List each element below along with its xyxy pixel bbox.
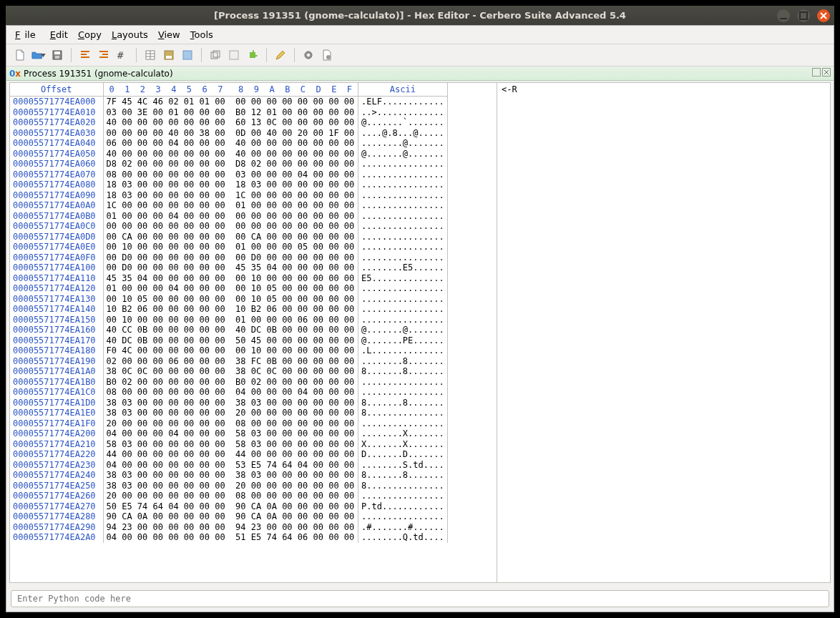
ascii-cell[interactable]: ..>............. xyxy=(358,107,448,118)
hex-row[interactable]: 00005571774EA12001 00 00 00 04 00 00 00 … xyxy=(10,283,447,294)
ascii-cell[interactable]: ........X....... xyxy=(358,428,448,439)
ascii-cell[interactable]: @.......`....... xyxy=(358,117,448,128)
bytes-cell[interactable]: F0 4C 00 00 00 00 00 00 00 10 00 00 00 0… xyxy=(103,345,358,356)
hex-row[interactable]: 00005571774EA26020 00 00 00 00 00 00 00 … xyxy=(10,491,447,501)
menu-copy[interactable]: Copy xyxy=(74,28,106,41)
ascii-cell[interactable]: ................ xyxy=(358,283,448,294)
bytes-cell[interactable]: 1C 00 00 00 00 00 00 00 01 00 00 00 00 0… xyxy=(103,200,358,211)
bytes-cell[interactable]: 40 00 00 00 00 00 00 00 40 00 00 00 00 0… xyxy=(103,149,358,160)
bytes-cell[interactable]: 90 CA 0A 00 00 00 00 00 90 CA 0A 00 00 0… xyxy=(103,511,358,522)
ascii-cell[interactable]: 8.......8....... xyxy=(358,366,448,377)
hex-scroll-area[interactable]: Offset 0 1 2 3 4 5 6 7 8 9 A B C D E F A… xyxy=(10,83,497,582)
hex-row[interactable]: 00005571774EA1E038 03 00 00 00 00 00 00 … xyxy=(10,408,447,418)
ascii-cell[interactable]: .L.............. xyxy=(358,345,448,356)
ascii-cell[interactable]: ................ xyxy=(358,190,448,201)
ascii-cell[interactable]: P.td............ xyxy=(358,501,448,512)
hex-row[interactable]: 00005571774EA21058 03 00 00 00 00 00 00 … xyxy=(10,439,447,450)
format-right-icon[interactable] xyxy=(96,47,112,63)
ascii-cell[interactable]: ................ xyxy=(358,242,448,252)
ascii-cell[interactable]: ................ xyxy=(358,511,448,522)
ascii-cell[interactable]: ................ xyxy=(358,304,448,315)
menu-layouts[interactable]: Layouts xyxy=(107,28,152,41)
menu-view[interactable]: View xyxy=(154,28,185,41)
window-minimize-button[interactable] xyxy=(777,9,790,22)
hex-row[interactable]: 00005571774EA17040 DC 0B 00 00 00 00 00 … xyxy=(10,335,447,346)
bytes-cell[interactable]: 00 CA 00 00 00 00 00 00 00 CA 00 00 00 0… xyxy=(103,232,358,242)
hex-row[interactable]: 00005571774EA03000 00 00 00 40 00 38 00 … xyxy=(10,128,447,139)
hex-row[interactable]: 00005571774EA0B001 00 00 00 04 00 00 00 … xyxy=(10,211,447,222)
panel-icon[interactable] xyxy=(180,47,195,63)
table-icon[interactable] xyxy=(142,47,158,63)
window-close-button[interactable] xyxy=(817,9,830,22)
bytes-cell[interactable]: 38 03 00 00 00 00 00 00 20 00 00 00 00 0… xyxy=(103,481,358,491)
bytes-cell[interactable]: 40 00 00 00 00 00 00 00 60 13 0C 00 00 0… xyxy=(103,117,358,128)
bytes-cell[interactable]: 04 00 00 00 00 00 00 00 53 E5 74 64 04 0… xyxy=(103,460,358,471)
document-tab-label[interactable]: Process 191351 (gnome-calculato) xyxy=(24,69,173,79)
ascii-cell[interactable]: ........8....... xyxy=(358,356,448,367)
save-icon[interactable] xyxy=(49,47,65,63)
bytes-cell[interactable]: 08 00 00 00 00 00 00 00 03 00 00 00 04 0… xyxy=(103,170,358,180)
bytes-cell[interactable]: 06 00 00 00 04 00 00 00 40 00 00 00 00 0… xyxy=(103,138,358,149)
bytes-cell[interactable]: 20 00 00 00 00 00 00 00 08 00 00 00 00 0… xyxy=(103,491,358,501)
hex-row[interactable]: 00005571774EA19002 00 00 00 06 00 00 00 … xyxy=(10,356,447,367)
ascii-cell[interactable]: ................ xyxy=(358,315,448,325)
ascii-cell[interactable]: ................ xyxy=(358,159,448,170)
bytes-cell[interactable]: 40 CC 0B 00 00 00 00 00 40 DC 0B 00 00 0… xyxy=(103,325,358,335)
document-gear-icon[interactable] xyxy=(319,47,335,63)
ascii-cell[interactable]: ................ xyxy=(358,170,448,180)
hex-row[interactable]: 00005571774EA0F000 D0 00 00 00 00 00 00 … xyxy=(10,252,447,263)
hex-row[interactable]: 00005571774EA02040 00 00 00 00 00 00 00 … xyxy=(10,117,447,128)
ascii-cell[interactable]: ................ xyxy=(358,252,448,263)
ascii-cell[interactable]: ....@.8...@..... xyxy=(358,128,448,139)
hex-row[interactable]: 00005571774EA0E000 10 00 00 00 00 00 00 … xyxy=(10,242,447,252)
disk-icon[interactable] xyxy=(161,47,177,63)
bytes-cell[interactable]: 00 00 00 00 00 00 00 00 00 00 00 00 00 0… xyxy=(103,221,358,232)
hex-row[interactable]: 00005571774EA14010 B2 06 00 00 00 00 00 … xyxy=(10,304,447,315)
hex-row[interactable]: 00005571774EA15000 10 00 00 00 00 00 00 … xyxy=(10,315,447,325)
menu-file[interactable]: File xyxy=(11,28,44,41)
hex-row[interactable]: 00005571774EA05040 00 00 00 00 00 00 00 … xyxy=(10,149,447,160)
ascii-cell[interactable]: 8............... xyxy=(358,408,448,418)
ascii-cell[interactable]: .#.......#...... xyxy=(358,522,448,533)
hex-row[interactable]: 00005571774EA10000 D0 00 00 00 00 00 00 … xyxy=(10,263,447,273)
hex-row[interactable]: 00005571774EA180F0 4C 00 00 00 00 00 00 … xyxy=(10,345,447,356)
hex-row[interactable]: 00005571774EA08018 03 00 00 00 00 00 00 … xyxy=(10,180,447,190)
window-maximize-button[interactable] xyxy=(797,9,810,22)
bytes-cell[interactable]: 58 03 00 00 00 00 00 00 58 03 00 00 00 0… xyxy=(103,439,358,450)
bytes-cell[interactable]: 45 35 04 00 00 00 00 00 00 10 00 00 00 0… xyxy=(103,273,358,284)
hex-row[interactable]: 00005571774EA1F020 00 00 00 00 00 00 00 … xyxy=(10,418,447,429)
hex-row[interactable]: 00005571774EA1D038 03 00 00 00 00 00 00 … xyxy=(10,398,447,408)
hex-row[interactable]: 00005571774EA27050 E5 74 64 04 00 00 00 … xyxy=(10,501,447,512)
bytes-cell[interactable]: 18 03 00 00 00 00 00 00 18 03 00 00 00 0… xyxy=(103,180,358,190)
ascii-cell[interactable]: ................ xyxy=(358,377,448,388)
bytes-cell[interactable]: 38 03 00 00 00 00 00 00 38 03 00 00 00 0… xyxy=(103,470,358,481)
bytes-cell[interactable]: 00 10 05 00 00 00 00 00 00 10 05 00 00 0… xyxy=(103,294,358,305)
hash-icon[interactable]: # xyxy=(114,47,130,63)
ascii-cell[interactable]: .ELF............ xyxy=(358,97,448,107)
bytes-cell[interactable]: 04 00 00 00 00 00 00 00 51 E5 74 64 06 0… xyxy=(103,532,358,543)
bytes-cell[interactable]: 7F 45 4C 46 02 01 01 00 00 00 00 00 00 0… xyxy=(103,97,358,107)
bytes-cell[interactable]: 03 00 3E 00 01 00 00 00 B0 12 01 00 00 0… xyxy=(103,107,358,118)
puzzle-icon[interactable] xyxy=(245,47,260,63)
hex-row[interactable]: 00005571774EA23004 00 00 00 00 00 00 00 … xyxy=(10,460,447,471)
bytes-cell[interactable]: 38 0C 0C 00 00 00 00 00 38 0C 0C 00 00 0… xyxy=(103,366,358,377)
hex-row[interactable]: 00005571774EA20004 00 00 00 04 00 00 00 … xyxy=(10,428,447,439)
hex-row[interactable]: 00005571774EA0A01C 00 00 00 00 00 00 00 … xyxy=(10,200,447,211)
window-blank-icon[interactable] xyxy=(226,47,242,63)
hex-row[interactable]: 00005571774EA04006 00 00 00 04 00 00 00 … xyxy=(10,138,447,149)
bytes-cell[interactable]: 44 00 00 00 00 00 00 00 44 00 00 00 00 0… xyxy=(103,449,358,460)
ascii-cell[interactable]: ................ xyxy=(358,387,448,398)
new-file-icon[interactable] xyxy=(12,47,28,63)
ascii-cell[interactable]: E5.............. xyxy=(358,273,448,284)
bytes-cell[interactable]: 00 D0 00 00 00 00 00 00 00 D0 00 00 00 0… xyxy=(103,252,358,263)
ascii-cell[interactable]: @.......PE...... xyxy=(358,335,448,346)
bytes-cell[interactable]: 08 00 00 00 00 00 00 00 04 00 00 00 04 0… xyxy=(103,387,358,398)
ascii-cell[interactable]: ................ xyxy=(358,200,448,211)
ascii-cell[interactable]: ................ xyxy=(358,221,448,232)
hex-row[interactable]: 00005571774EA2A004 00 00 00 00 00 00 00 … xyxy=(10,532,447,543)
ascii-cell[interactable]: @.......@....... xyxy=(358,149,448,160)
ascii-cell[interactable]: ................ xyxy=(358,232,448,242)
ascii-cell[interactable]: ........@....... xyxy=(358,138,448,149)
bytes-cell[interactable]: 00 D0 00 00 00 00 00 00 45 35 04 00 00 0… xyxy=(103,263,358,273)
bytes-cell[interactable]: 02 00 00 00 06 00 00 00 38 FC 0B 00 00 0… xyxy=(103,356,358,367)
